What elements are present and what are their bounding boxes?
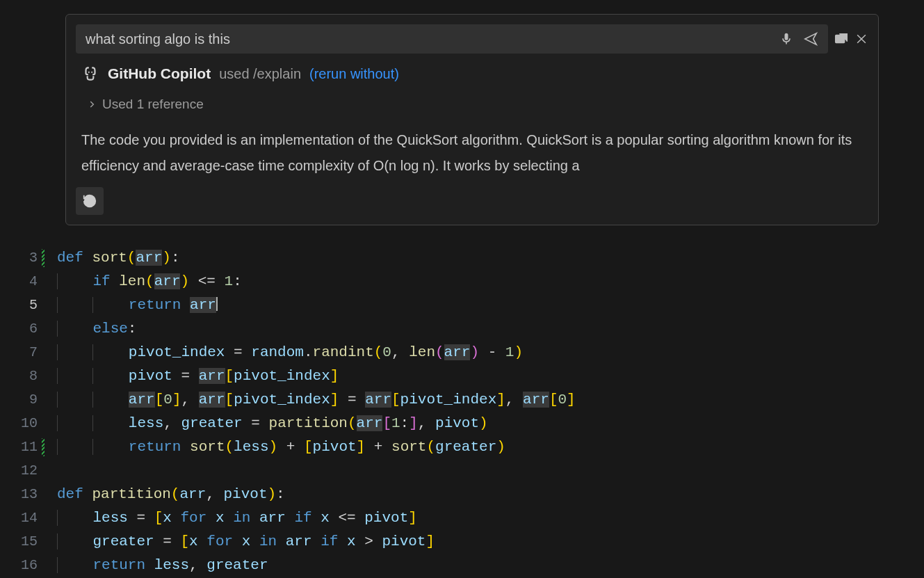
- code-line-3[interactable]: 3 def sort(arr):: [0, 246, 924, 270]
- line-number: 5: [0, 294, 42, 317]
- code-line-15[interactable]: 15 greater = [x for x in arr if x > pivo…: [0, 530, 924, 554]
- code-line-6[interactable]: 6 else:: [0, 317, 924, 341]
- line-number: 4: [0, 270, 42, 294]
- line-number: 16: [0, 554, 42, 577]
- line-number: 14: [0, 506, 42, 530]
- code-line-9[interactable]: 9 arr[0], arr[pivot_index] = arr[pivot_i…: [0, 388, 924, 412]
- line-number: 7: [0, 341, 42, 364]
- send-icon[interactable]: [803, 31, 818, 47]
- code-line-12[interactable]: 12: [0, 459, 924, 483]
- text-cursor: [216, 297, 218, 311]
- gutter-decoration: [42, 249, 44, 267]
- used-command: used /explain: [219, 66, 301, 82]
- code-line-4[interactable]: 4 if len(arr) <= 1:: [0, 270, 924, 294]
- explanation-text: The code you provided is an implementati…: [66, 118, 878, 184]
- close-icon[interactable]: [854, 32, 868, 46]
- copilot-chat-panel: GitHub Copilot used /explain (rerun with…: [65, 14, 879, 225]
- chat-input-row: [76, 24, 868, 54]
- line-number: 6: [0, 317, 42, 341]
- action-row: [66, 184, 878, 225]
- rerun-link[interactable]: (rerun without): [309, 66, 399, 82]
- code-editor[interactable]: 3 def sort(arr): 4 if len(arr) <= 1: 5 r…: [0, 246, 924, 577]
- line-number: 15: [0, 530, 42, 554]
- references-label: Used 1 reference: [102, 97, 204, 112]
- retry-button[interactable]: [76, 187, 104, 215]
- chat-panel-icon[interactable]: [834, 31, 849, 47]
- mic-icon[interactable]: [779, 32, 793, 46]
- gutter-decoration: [42, 438, 44, 456]
- code-line-11[interactable]: 11 return sort(less) + [pivot] + sort(gr…: [0, 435, 924, 459]
- line-number: 9: [0, 388, 42, 412]
- line-number: 10: [0, 412, 42, 435]
- line-number: 11: [0, 435, 42, 459]
- line-number: 8: [0, 364, 42, 388]
- code-line-7[interactable]: 7 pivot_index = random.randint(0, len(ar…: [0, 341, 924, 364]
- retry-icon: [82, 193, 97, 209]
- code-line-10[interactable]: 10 less, greater = partition(arr[1:], pi…: [0, 412, 924, 435]
- line-number: 3: [0, 246, 42, 270]
- response-header: GitHub Copilot used /explain (rerun with…: [66, 61, 878, 86]
- provider-name: GitHub Copilot: [108, 65, 211, 82]
- chat-controls: [779, 31, 818, 47]
- code-line-8[interactable]: 8 pivot = arr[pivot_index]: [0, 364, 924, 388]
- code-line-16[interactable]: 16 return less, greater: [0, 554, 924, 577]
- copilot-logo-icon: [81, 65, 99, 83]
- code-line-13[interactable]: 13 def partition(arr, pivot):: [0, 483, 924, 506]
- code-line-5[interactable]: 5 return arr: [0, 294, 924, 317]
- references-toggle[interactable]: Used 1 reference: [66, 86, 878, 118]
- chevron-right-icon: [87, 99, 97, 109]
- line-number: 12: [0, 459, 42, 483]
- code-line-14[interactable]: 14 less = [x for x in arr if x <= pivot]: [0, 506, 924, 530]
- line-number: 13: [0, 483, 42, 506]
- chat-input[interactable]: [76, 24, 828, 54]
